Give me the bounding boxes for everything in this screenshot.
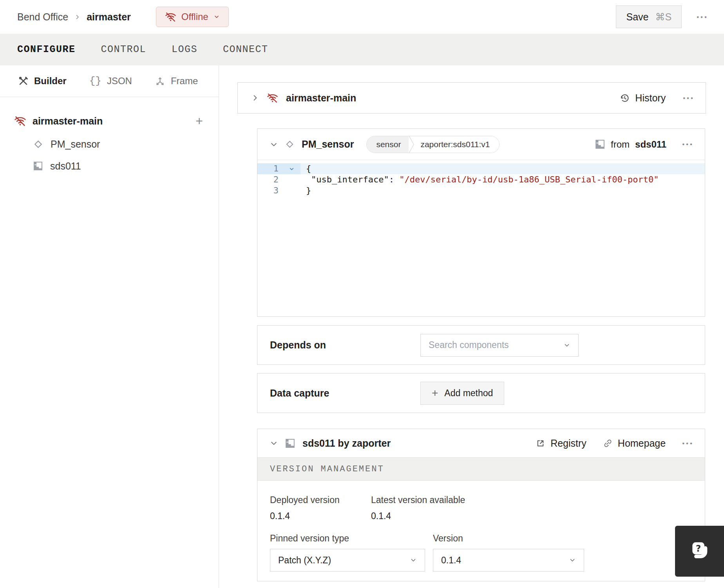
tree-item-airmaster-main[interactable]: airmaster-main + xyxy=(0,109,219,133)
main-panel: airmaster-main History ••• xyxy=(219,65,724,588)
code-line-2: 2 "usb_interface": "/dev/serial/by-id/us… xyxy=(257,174,705,185)
machine-overflow-menu[interactable]: ••• xyxy=(683,95,695,101)
module-card-actions: Registry Homepage ••• xyxy=(536,438,694,449)
history-label: History xyxy=(635,92,666,104)
mode-switcher: Builder {} JSON Frame xyxy=(0,65,219,97)
code-line-1: 1 { xyxy=(257,163,705,174)
add-method-button[interactable]: + Add method xyxy=(420,382,504,405)
svg-text:?: ? xyxy=(696,543,701,554)
version-label: Version xyxy=(433,533,584,544)
code-string-value: "/dev/serial/by-id/usb-1a86_USB_Serial-i… xyxy=(399,175,659,184)
tab-connect[interactable]: CONNECT xyxy=(223,44,268,55)
tree-root-label: airmaster-main xyxy=(33,115,103,127)
component-card-header: PM_sensor sensor zaporter:sds011:v1 xyxy=(257,129,705,160)
code-gutter: 3 xyxy=(257,185,300,196)
breadcrumb-chevron-icon xyxy=(74,14,80,20)
plus-icon: + xyxy=(432,388,438,399)
topbar-overflow-menu[interactable]: ••• xyxy=(697,14,708,20)
collapse-chevron-right-icon[interactable] xyxy=(251,94,259,102)
status-chevron-down-icon xyxy=(214,14,220,20)
pinned-version-type-select[interactable]: Patch (X.Y.Z) xyxy=(270,549,425,572)
from-module-link[interactable]: from sds011 xyxy=(595,139,666,150)
registry-link[interactable]: Registry xyxy=(536,438,586,449)
pinned-version-type-value: Patch (X.Y.Z) xyxy=(278,555,410,566)
code-text: "usb_interface": "/dev/serial/by-id/usb-… xyxy=(300,174,659,185)
version-management-section-header: VERSION MANAGEMENT xyxy=(257,457,705,481)
resource-tree: airmaster-main + PM_sensor xyxy=(0,97,219,177)
module-icon xyxy=(595,139,605,150)
machine-part-title: airmaster-main xyxy=(286,92,356,104)
mode-json-label: JSON xyxy=(107,76,132,87)
topbar-actions: Save ⌘S ••• xyxy=(616,5,708,28)
version-block: Version 0.1.4 xyxy=(433,533,584,572)
save-label: Save xyxy=(626,11,648,23)
version-pinning-row: Pinned version type Patch (X.Y.Z) Versio… xyxy=(270,533,692,572)
tab-logs[interactable]: LOGS xyxy=(172,44,197,55)
app-root: { "topbar": { "breadcrumb": { "parent": … xyxy=(0,0,724,588)
code-gutter: 1 xyxy=(257,163,300,174)
registry-label: Registry xyxy=(550,438,586,449)
mode-builder-label: Builder xyxy=(34,76,67,87)
fold-spacer xyxy=(282,174,300,185)
depends-on-card: Depends on xyxy=(257,325,705,365)
breadcrumb-parent[interactable]: Bend Office xyxy=(17,11,68,23)
homepage-label: Homepage xyxy=(618,438,666,449)
select-chevron-down-icon xyxy=(563,342,570,349)
wifi-off-icon xyxy=(267,92,278,104)
badge-model: zaporter:sds011:v1 xyxy=(414,136,499,153)
machine-status-badge[interactable]: Offline xyxy=(156,7,229,27)
breadcrumb-current: airmaster xyxy=(87,11,131,23)
fold-spacer xyxy=(282,185,300,196)
collapse-chevron-down-icon[interactable] xyxy=(270,439,278,447)
add-method-label: Add method xyxy=(444,388,493,399)
version-select[interactable]: 0.1.4 xyxy=(433,549,584,572)
history-button[interactable]: History xyxy=(619,92,666,104)
module-title: sds011 by zaporter xyxy=(302,438,391,449)
code-key: "usb_interface" xyxy=(311,175,389,184)
mode-frame-label: Frame xyxy=(171,76,198,87)
module-card: sds011 by zaporter Registry xyxy=(257,429,705,581)
latest-version-block: Latest version available 0.1.4 xyxy=(371,495,465,521)
link-icon xyxy=(603,438,613,448)
tree-child-label: sds011 xyxy=(50,161,81,172)
diamond-icon xyxy=(33,139,43,150)
code-gutter: 2 xyxy=(257,174,300,185)
tab-bar: CONFIGURE CONTROL LOGS CONNECT xyxy=(0,34,724,65)
line-number: 3 xyxy=(257,185,282,196)
tree-item-pm-sensor[interactable]: PM_sensor xyxy=(0,133,219,155)
history-icon xyxy=(619,93,630,103)
help-button[interactable]: ? xyxy=(675,526,724,577)
tab-control[interactable]: CONTROL xyxy=(101,44,147,55)
badge-type: sensor xyxy=(367,136,409,153)
module-overflow-menu[interactable]: ••• xyxy=(682,440,694,447)
search-components-input[interactable] xyxy=(429,340,563,350)
save-button[interactable]: Save ⌘S xyxy=(616,5,682,28)
module-icon xyxy=(285,438,295,449)
fold-chevron-down-icon[interactable] xyxy=(282,163,300,174)
axes-icon xyxy=(155,76,165,87)
latest-version-value: 0.1.4 xyxy=(371,511,465,521)
save-shortcut: ⌘S xyxy=(655,11,672,23)
status-label: Offline xyxy=(181,11,208,22)
mode-json[interactable]: {} JSON xyxy=(89,75,132,87)
module-card-header: sds011 by zaporter Registry xyxy=(257,429,705,457)
version-management-body: Deployed version 0.1.4 Latest version av… xyxy=(257,481,705,581)
depends-on-select[interactable] xyxy=(420,334,579,357)
select-chevron-down-icon xyxy=(569,557,576,564)
code-text: { xyxy=(300,163,311,174)
depends-on-label: Depends on xyxy=(270,339,420,351)
mode-frame[interactable]: Frame xyxy=(155,76,198,87)
homepage-link[interactable]: Homepage xyxy=(603,438,666,449)
deployed-version-value: 0.1.4 xyxy=(270,511,371,521)
add-component-button[interactable]: + xyxy=(195,115,203,127)
data-capture-label: Data capture xyxy=(270,388,420,399)
collapse-chevron-down-icon[interactable] xyxy=(270,141,278,148)
code-line-3: 3 } xyxy=(257,185,705,196)
mode-builder[interactable]: Builder xyxy=(18,76,67,87)
component-overflow-menu[interactable]: ••• xyxy=(682,141,694,148)
pinned-version-type-label: Pinned version type xyxy=(270,533,433,544)
attributes-code-editor[interactable]: 1 { 2 "usb_interface": "/dev/serial/by-i… xyxy=(257,160,705,316)
module-icon xyxy=(33,161,43,171)
tree-item-sds011[interactable]: sds011 xyxy=(0,155,219,177)
tab-configure[interactable]: CONFIGURE xyxy=(17,44,76,55)
